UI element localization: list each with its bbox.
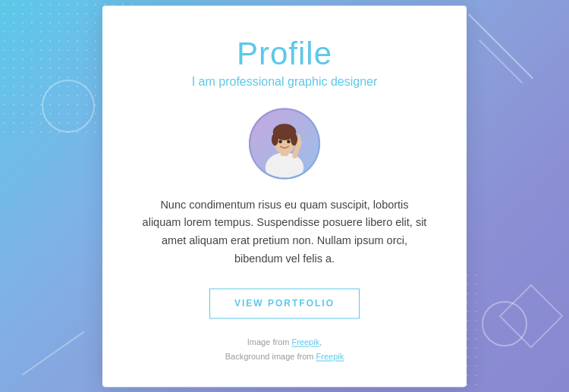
freepik-link2[interactable]: Freepik (316, 352, 344, 361)
view-portfolio-button[interactable]: VIEW PORTFOLIO (209, 289, 360, 319)
svg-point-8 (278, 140, 282, 143)
profile-subtitle: I am professional graphic designer (140, 75, 429, 89)
avatar (247, 105, 322, 181)
avatar-image (250, 109, 319, 177)
avatar-wrapper (140, 105, 429, 181)
svg-point-6 (272, 133, 278, 145)
svg-line-11 (299, 135, 300, 142)
footer-credit: Image from Freepik, Background image fro… (140, 336, 429, 364)
page-title: Profile (140, 36, 429, 72)
deco-circle-topleft (42, 80, 95, 133)
profile-card: Profile I am professional graphic design… (102, 5, 467, 387)
credit-line2: Background image from (225, 352, 316, 361)
svg-point-9 (287, 140, 291, 143)
freepik-link1[interactable]: Freepik (291, 338, 319, 347)
bio-text: Nunc condimentum risus eu quam suscipit,… (140, 196, 429, 269)
credit-line1: Image from (247, 338, 292, 347)
